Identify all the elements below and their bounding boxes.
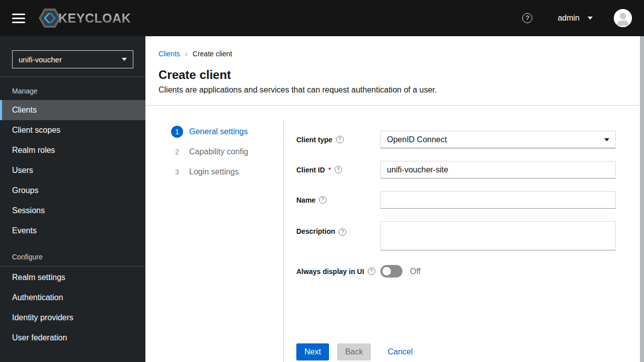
name-label: Name ? <box>296 191 380 209</box>
keycloak-logo: KEYCLOAK <box>38 8 131 29</box>
form-row-client-type: Client type ? OpenID Connect <box>296 131 616 148</box>
form-row-description: Description ? <box>296 221 616 252</box>
step-number: 3 <box>171 166 183 178</box>
help-icon[interactable]: ? <box>339 228 346 236</box>
page-header: Clients › Create client Create client Cl… <box>145 36 640 106</box>
wizard-footer: Next Back Cancel <box>296 343 413 360</box>
main-content: Clients › Create client Create client Cl… <box>145 36 640 362</box>
wizard-step-general-settings[interactable]: 1 General settings <box>171 122 283 142</box>
avatar[interactable] <box>614 9 632 27</box>
sidebar-item-groups[interactable]: Groups <box>0 180 145 201</box>
toggle-knob <box>382 267 391 276</box>
wizard: 1 General settings 2 Capability config 3… <box>145 106 640 362</box>
client-id-label: Client ID * ? <box>296 161 380 178</box>
nav-group-label: Configure <box>0 253 145 266</box>
label-text: Description <box>296 227 335 235</box>
brand-text: KEYCLOAK <box>58 11 131 26</box>
realm-selector[interactable]: unifi-voucher <box>12 50 133 68</box>
caret-down-icon <box>122 58 127 61</box>
menu-icon[interactable] <box>12 14 25 23</box>
help-icon[interactable]: ? <box>368 267 375 275</box>
client-id-input[interactable] <box>380 161 616 178</box>
form-row-always-display: Always display in UI ? Off <box>296 265 616 278</box>
page-title: Create client <box>158 68 627 82</box>
nav-group-configure: Configure Realm settings Authentication … <box>0 253 145 348</box>
step-number: 1 <box>171 126 183 138</box>
realm-name: unifi-voucher <box>19 55 122 64</box>
back-button[interactable]: Back <box>337 343 371 360</box>
sidebar-item-clients[interactable]: Clients <box>0 100 145 120</box>
help-icon[interactable]: ? <box>336 136 344 143</box>
description-textarea[interactable] <box>380 221 616 250</box>
toggle-state-label: Off <box>410 267 421 276</box>
sidebar-item-sessions[interactable]: Sessions <box>0 201 145 221</box>
sidebar-item-user-federation[interactable]: User federation <box>0 328 145 348</box>
user-icon <box>614 9 632 27</box>
name-input[interactable] <box>380 191 616 209</box>
help-icon[interactable]: ? <box>319 196 327 204</box>
form-row-name: Name ? <box>296 191 616 209</box>
step-label: Capability config <box>189 147 248 156</box>
step-number: 2 <box>171 146 183 158</box>
label-text: Client type <box>296 136 333 144</box>
sidebar-item-identity-providers[interactable]: Identity providers <box>0 308 145 328</box>
sidebar-item-realm-roles[interactable]: Realm roles <box>0 140 145 160</box>
help-icon[interactable]: ? <box>522 13 532 23</box>
sidebar-item-users[interactable]: Users <box>0 160 145 180</box>
form-row-client-id: Client ID * ? <box>296 161 616 178</box>
sidebar-item-client-scopes[interactable]: Client scopes <box>0 120 145 140</box>
wizard-step-capability-config[interactable]: 2 Capability config <box>171 142 283 162</box>
sidebar-item-authentication[interactable]: Authentication <box>0 288 145 308</box>
required-marker: * <box>329 166 331 173</box>
username: admin <box>557 14 580 23</box>
sidebar-divider <box>0 266 145 266</box>
step-label: General settings <box>189 127 248 136</box>
client-type-select[interactable]: OpenID Connect <box>380 131 616 148</box>
client-type-label: Client type ? <box>296 131 380 148</box>
page-subtitle: Clients are applications and services th… <box>158 85 627 95</box>
breadcrumb-chevron-icon: › <box>180 49 193 58</box>
masthead: KEYCLOAK ? admin <box>0 0 644 36</box>
wizard-form: Client type ? OpenID Connect Client ID *… <box>283 120 640 362</box>
sidebar-item-events[interactable]: Events <box>0 221 145 241</box>
sidebar: unifi-voucher Manage Clients Client scop… <box>0 36 145 362</box>
sidebar-item-realm-settings[interactable]: Realm settings <box>0 267 145 288</box>
label-text: Client ID <box>296 166 325 174</box>
wizard-step-login-settings[interactable]: 3 Login settings <box>171 162 283 182</box>
scrollbar[interactable] <box>640 36 644 362</box>
cancel-button[interactable]: Cancel <box>387 347 413 356</box>
label-text: Always display in UI <box>296 267 364 276</box>
label-text: Name <box>296 196 315 204</box>
always-display-toggle[interactable] <box>380 265 403 278</box>
caret-down-icon <box>588 17 593 20</box>
nav-group-label: Manage <box>0 77 145 100</box>
next-button[interactable]: Next <box>296 343 329 360</box>
description-label: Description ? <box>296 221 380 252</box>
breadcrumb-link-clients[interactable]: Clients <box>158 50 180 58</box>
always-display-label: Always display in UI ? <box>296 265 380 278</box>
breadcrumb-current: Create client <box>193 50 232 58</box>
help-icon[interactable]: ? <box>335 166 342 173</box>
client-type-value: OpenID Connect <box>387 135 604 144</box>
wizard-steps: 1 General settings 2 Capability config 3… <box>145 106 283 362</box>
nav-group-manage: Manage Clients Client scopes Realm roles… <box>0 77 145 241</box>
user-menu[interactable]: admin <box>557 14 593 23</box>
breadcrumb: Clients › Create client <box>158 49 627 58</box>
step-label: Login settings <box>189 167 239 176</box>
caret-down-icon <box>604 138 609 141</box>
